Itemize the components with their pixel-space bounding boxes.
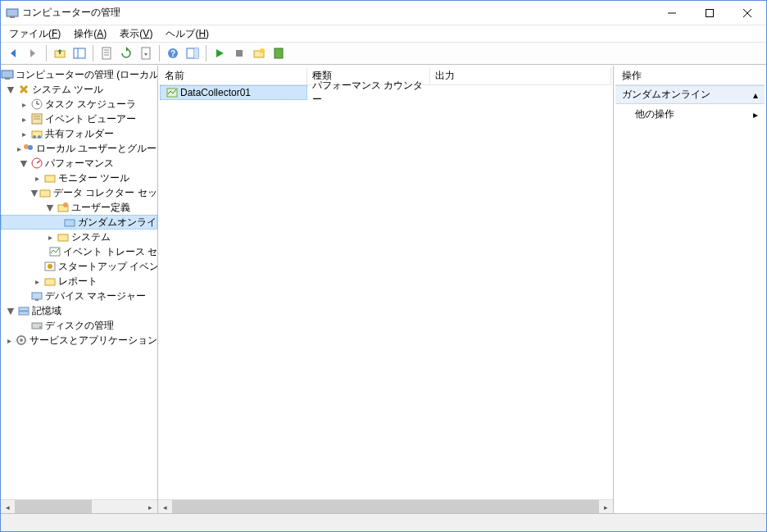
action-pane: 操作 ガンダムオンライン ▴ 他の操作 ▸ xyxy=(614,66,766,513)
stop-button[interactable] xyxy=(230,44,248,62)
svg-point-46 xyxy=(48,264,52,269)
svg-rect-49 xyxy=(35,299,39,301)
list-row[interactable]: DataCollector01 パフォーマンス カウンター xyxy=(160,85,611,100)
maximize-button[interactable] xyxy=(691,1,728,25)
svg-rect-9 xyxy=(102,48,111,59)
expander-icon[interactable]: ▸ xyxy=(4,336,15,345)
expander-icon[interactable]: ▸ xyxy=(17,100,30,109)
properties-button[interactable] xyxy=(98,44,116,62)
svg-point-32 xyxy=(33,135,36,139)
start-button[interactable] xyxy=(211,44,229,62)
expander-icon[interactable]: ▸ xyxy=(43,233,57,242)
toolbar: ? xyxy=(1,42,766,65)
expander-icon[interactable]: ▸ xyxy=(30,174,43,183)
svg-point-53 xyxy=(39,326,41,328)
submenu-right-icon: ▸ xyxy=(753,109,758,120)
device-manager-icon xyxy=(30,289,43,302)
tools-icon xyxy=(17,83,30,96)
list-scrollbar-horizontal[interactable]: ◂ ▸ xyxy=(158,499,613,513)
expander-icon[interactable]: ▸ xyxy=(30,277,43,286)
expander-icon[interactable]: ▸ xyxy=(17,115,30,124)
tree-root[interactable]: コンピューターの管理 (ローカル) xyxy=(1,67,157,82)
tree-monitor-tools[interactable]: ▸ モニター ツール xyxy=(1,171,157,185)
tree-disk-management[interactable]: ディスクの管理 xyxy=(1,318,157,333)
tree-task-scheduler[interactable]: ▸ タスク スケジューラ xyxy=(1,97,157,111)
menu-file[interactable]: ファイル(F) xyxy=(2,25,67,43)
computer-management-window: コンピューターの管理 ファイル(F) 操作(A) 表示(V) ヘルプ(H) ? xyxy=(0,0,767,532)
svg-point-21 xyxy=(260,48,265,53)
tree-device-manager[interactable]: デバイス マネージャー xyxy=(1,289,157,303)
tree-shared-folders[interactable]: ▸ 共有フォルダー xyxy=(1,126,157,141)
svg-rect-1 xyxy=(10,16,15,18)
expander-icon[interactable]: ⯆ xyxy=(30,189,39,198)
tree-scrollbar-horizontal[interactable]: ◂ ▸ xyxy=(1,499,157,513)
action-group-header[interactable]: ガンダムオンライン ▴ xyxy=(615,85,765,104)
menu-action[interactable]: 操作(A) xyxy=(67,25,113,43)
tree-system-tools[interactable]: ⯆ システム ツール xyxy=(1,82,157,97)
column-name[interactable]: 名前 xyxy=(160,67,307,84)
tree-gundam-online[interactable]: ガンダムオンライ xyxy=(1,215,157,230)
tree-local-users[interactable]: ▸ ローカル ユーザーとグループ xyxy=(1,141,157,156)
up-folder-button[interactable] xyxy=(51,44,69,62)
show-hide-tree-button[interactable] xyxy=(70,44,88,62)
folder-icon xyxy=(39,186,52,199)
show-action-pane-button[interactable] xyxy=(184,44,202,62)
help-button[interactable]: ? xyxy=(164,44,182,62)
services-icon xyxy=(15,334,28,347)
column-output[interactable]: 出力 xyxy=(430,67,611,84)
menu-view[interactable]: 表示(V) xyxy=(113,25,159,43)
svg-rect-18 xyxy=(194,48,198,58)
tree-event-trace[interactable]: イベント トレース セ xyxy=(1,244,157,259)
svg-rect-7 xyxy=(74,48,85,58)
titlebar: コンピューターの管理 xyxy=(1,1,766,25)
user-defined-icon xyxy=(57,201,70,214)
svg-point-41 xyxy=(63,202,68,207)
tree-startup-event[interactable]: スタートアップ イベン xyxy=(1,259,157,274)
trace-icon xyxy=(48,245,61,258)
svg-point-34 xyxy=(24,144,29,149)
menu-help[interactable]: ヘルプ(H) xyxy=(159,25,216,43)
folder-icon xyxy=(43,275,57,288)
tree-system-set[interactable]: ▸ システム xyxy=(1,230,157,244)
scroll-left-icon[interactable]: ◂ xyxy=(1,500,15,513)
tree-pane: コンピューターの管理 (ローカル) ⯆ システム ツール ▸ タスク スケジュー… xyxy=(1,66,158,513)
tree-services-apps[interactable]: ▸ サービスとアプリケーション xyxy=(1,333,157,348)
expander-icon[interactable]: ⯆ xyxy=(43,203,57,212)
expander-icon[interactable]: ⯆ xyxy=(4,307,17,316)
tree-reports[interactable]: ▸ レポート xyxy=(1,274,157,289)
close-button[interactable] xyxy=(728,1,766,25)
export-button[interactable] xyxy=(137,44,155,62)
scroll-right-icon[interactable]: ▸ xyxy=(143,500,157,513)
action-pane-title: 操作 xyxy=(615,67,765,85)
forward-button[interactable] xyxy=(24,44,42,62)
scroll-right-icon[interactable]: ▸ xyxy=(599,500,613,514)
list-cell-output xyxy=(430,85,611,100)
svg-rect-43 xyxy=(58,234,68,241)
action-more[interactable]: 他の操作 ▸ xyxy=(615,104,765,125)
expander-icon[interactable]: ▸ xyxy=(17,130,30,139)
tree-storage[interactable]: ⯆ 記憶域 xyxy=(1,303,157,318)
back-button[interactable] xyxy=(4,44,22,62)
tree-performance[interactable]: ⯆ パフォーマンス xyxy=(1,156,157,171)
data-collector-icon xyxy=(166,86,179,99)
tree-user-defined[interactable]: ⯆ ユーザー定義 xyxy=(1,200,157,215)
svg-rect-51 xyxy=(19,311,29,315)
tree-data-collector-sets[interactable]: ⯆ データ コレクター セット xyxy=(1,185,157,200)
log-button[interactable] xyxy=(270,44,288,62)
scroll-left-icon[interactable]: ◂ xyxy=(158,500,172,514)
svg-point-35 xyxy=(28,145,33,150)
new-button[interactable] xyxy=(250,44,268,62)
window-title: コンピューターの管理 xyxy=(22,6,653,20)
svg-rect-38 xyxy=(45,175,55,182)
expander-icon[interactable]: ⯆ xyxy=(17,159,30,168)
list-cell-type: パフォーマンス カウンター xyxy=(307,85,430,100)
svg-rect-48 xyxy=(32,293,42,299)
refresh-button[interactable] xyxy=(117,44,135,62)
tree-event-viewer[interactable]: ▸ イベント ビューアー xyxy=(1,111,157,126)
storage-icon xyxy=(17,304,30,317)
expander-icon[interactable]: ⯆ xyxy=(4,85,17,94)
performance-icon xyxy=(30,157,43,170)
app-icon xyxy=(6,7,19,20)
minimize-button[interactable] xyxy=(653,1,691,25)
disk-icon xyxy=(30,319,43,332)
